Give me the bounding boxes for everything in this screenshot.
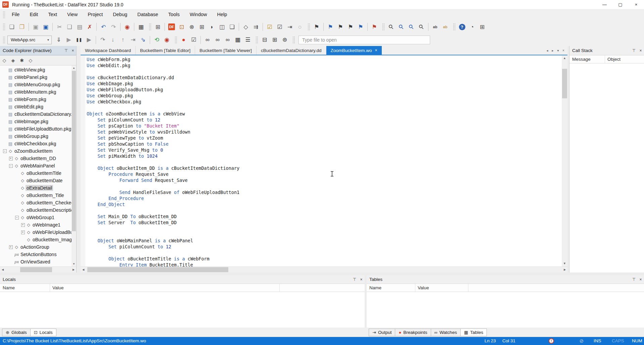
close-panel-icon[interactable]: × (637, 277, 644, 282)
save-button[interactable]: ▣ (31, 22, 41, 32)
preview-layout-button[interactable]: ◌ (295, 22, 305, 32)
tab-watches[interactable]: ∞Watches (431, 329, 461, 336)
database-tables-button[interactable]: ⊞ (270, 35, 280, 45)
tree-item-obucketitemdescription[interactable]: ◇oBucketItemDescription (0, 206, 72, 214)
column-value[interactable]: Value (418, 284, 429, 292)
tree-item-obucketitem-title[interactable]: ◇oBucketItem_Title (0, 192, 72, 199)
left-splitter[interactable] (77, 46, 81, 273)
customize-button[interactable]: ◗ (207, 22, 217, 32)
prev-bookmark-button[interactable]: ⚑ (335, 22, 346, 32)
about-button[interactable]: ◔ (467, 22, 477, 32)
scroll-left-icon[interactable]: ◀ (81, 267, 86, 273)
print-button[interactable]: ▦ (136, 22, 146, 32)
column-value[interactable]: Value (52, 284, 64, 292)
find-button[interactable]: ⚲ (386, 22, 396, 32)
tree-item-cwebmenugroup-pkg[interactable]: ▤cWebMenuGroup.pkg (0, 81, 72, 88)
tables-window-button[interactable]: ▦ (233, 35, 243, 45)
column-divider[interactable] (468, 284, 468, 292)
stop-debugging-button[interactable]: ◉ (162, 35, 172, 45)
toggle-bookmark-button[interactable]: ⚑ (312, 22, 322, 32)
tree-horizontal-scrollbar[interactable]: ◀ ▶ (0, 266, 76, 273)
database-builder-button[interactable]: ⊗ (187, 22, 197, 32)
tab-workspace-dashboard[interactable]: Workspace Dashboard (81, 46, 136, 55)
new-file-button[interactable]: ❏ (7, 22, 17, 32)
cut-button[interactable]: ✂ (54, 22, 64, 32)
close-document-icon[interactable]: × (561, 49, 566, 52)
editor-scrollbar-thumb[interactable] (562, 69, 567, 98)
undo-button[interactable]: ↶ (98, 22, 108, 32)
scroll-down-icon[interactable]: ▼ (72, 261, 76, 266)
tab-locals[interactable]: ⊡Locals (30, 329, 56, 336)
editor-hscrollbar-thumb[interactable] (87, 267, 228, 272)
scroll-right-icon[interactable]: ▶ (562, 267, 567, 273)
tree-item-setactionbuttons[interactable]: pxSetActionButtons (0, 251, 72, 258)
web-database-button[interactable]: ⊛ (280, 35, 290, 45)
step-out-button[interactable]: ↑ (118, 35, 128, 45)
table-editor-button[interactable]: ⊞ (197, 22, 207, 32)
explorer-view-classes-button[interactable]: ◇ (0, 56, 9, 64)
delete-button[interactable]: ✗ (85, 22, 95, 32)
tab-globals[interactable]: ⊕Globals (2, 329, 31, 336)
find-prev-button[interactable]: ⚲ (396, 22, 406, 32)
pin-icon[interactable]: ⊤ (631, 48, 637, 53)
plus-expander-icon[interactable]: + (20, 223, 26, 227)
editor-vertical-scrollbar[interactable]: ▲ ▼ (562, 55, 567, 266)
relink-button[interactable]: ⇉ (251, 22, 261, 32)
tree-item-obucketitem-image[interactable]: ◇oBucketItem_Image (0, 236, 72, 243)
database-explorer-button[interactable]: ⊟ (260, 35, 270, 45)
tree-item-cwebpanel-pkg[interactable]: ▤cWebPanel.pkg (0, 73, 72, 81)
tree-item-owebfileuploadbutton1[interactable]: +◇oWebFileUploadButton1 (0, 229, 72, 236)
explorer-view-objects-button[interactable]: ◈ (9, 56, 17, 64)
compile-button[interactable]: ◇ (241, 22, 251, 32)
pin-icon[interactable]: ⊤ (351, 277, 358, 282)
compile-project-button[interactable]: ⇓ (54, 35, 64, 45)
close-tab-icon[interactable]: × (375, 48, 377, 53)
code-editor[interactable]: Use cWebForm.pkgUse cWebEdit.pkg Use cBu… (81, 55, 567, 266)
minimize-button[interactable]: — (597, 0, 612, 9)
tree-item-cwebform-pkg[interactable]: ▤cWebForm.pkg (0, 96, 72, 103)
tree-vertical-scrollbar[interactable]: ▲ ▼ (72, 65, 76, 266)
tree-hscrollbar-thumb[interactable] (20, 267, 52, 272)
scroll-tabs-left-icon[interactable]: ◂ (545, 49, 550, 52)
menu-view[interactable]: View (62, 9, 83, 20)
call-stack-window-button[interactable]: ☰ (243, 35, 253, 45)
copy-button[interactable]: ❑ (64, 22, 75, 32)
dataflex-studio-button[interactable]: DF (167, 22, 177, 32)
table-wizard-button[interactable]: ⊡ (177, 22, 187, 32)
explorer-locate-button[interactable]: ◇ (26, 56, 35, 64)
tab-tables[interactable]: ▦Tables (460, 329, 487, 336)
menu-window[interactable]: Window (185, 9, 212, 20)
pin-icon[interactable]: ⊤ (63, 48, 70, 53)
tree-item-cwebimage-pkg[interactable]: ▤cWebImage.pkg (0, 118, 72, 125)
column-divider[interactable] (415, 284, 415, 292)
watches-window-button[interactable]: ∞ (223, 35, 233, 45)
tree-item-obucketitemdate[interactable]: ◇oBucketItemDate (0, 177, 72, 184)
tree-item-cwebcheckbox-pkg[interactable]: ▤cWebCheckbox.pkg (0, 140, 72, 147)
checklist-button[interactable]: ☑ (275, 22, 285, 32)
redo-button[interactable]: ↷ (108, 22, 119, 32)
first-bookmark-button[interactable]: ⚑ (325, 22, 335, 32)
project-selector[interactable]: WebApp.src ▾ (7, 36, 52, 44)
menu-debug[interactable]: Debug (108, 9, 132, 20)
scroll-left-icon[interactable]: ◀ (0, 267, 5, 273)
tree-item-cwebfileuploadbutton-pkg[interactable]: ▤cWebFileUploadButton.pkg (0, 125, 72, 133)
tab-list-dropdown-icon[interactable]: ▾ (555, 49, 561, 52)
clear-bookmarks-button[interactable]: ⚑ (369, 22, 379, 32)
close-panel-icon[interactable]: × (70, 48, 76, 53)
paste-button[interactable]: ▤ (75, 22, 85, 32)
find-in-files-button[interactable]: ⚲ (416, 22, 426, 32)
tab-bucketitem-table-viewer[interactable]: BucketItem [Table Viewer] (195, 46, 257, 55)
open-file-input[interactable] (298, 36, 430, 44)
breakpoints-dialog-button[interactable]: ☑ (189, 35, 199, 45)
tree-item-owebgroup1[interactable]: −◇oWebGroup1 (0, 214, 72, 221)
record-macro-button[interactable]: ◉ (122, 22, 132, 32)
tab-zoombucketitem-wo[interactable]: ZoomBucketItem.wo× (326, 46, 382, 55)
set-next-statement-button[interactable]: ⇘ (138, 35, 148, 45)
replace-in-files-button[interactable]: ab (440, 22, 450, 32)
save-all-button[interactable]: ▣ (41, 22, 51, 32)
tree-item-cwebgroup-pkg[interactable]: ▤cWebGroup.pkg (0, 133, 72, 140)
restart-debugging-button[interactable]: ⟲ (152, 35, 162, 45)
tree-scrollbar-thumb[interactable] (72, 71, 76, 231)
bottom-splitter[interactable] (0, 273, 644, 275)
locals-window-button[interactable]: ∞ (202, 35, 213, 45)
